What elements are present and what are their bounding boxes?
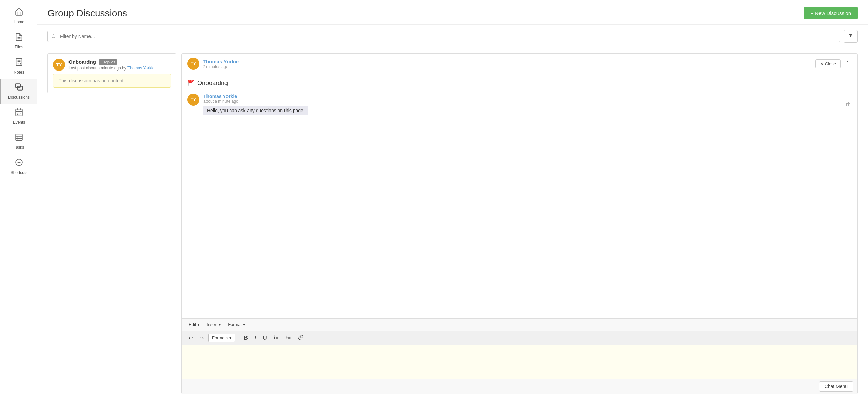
toolbar-undo-button[interactable]: ↩: [186, 333, 196, 343]
sidebar-item-tasks-label: Tasks: [14, 145, 24, 150]
page-title: Group Discussions: [47, 8, 127, 19]
reply-item: TY Thomas Yorkie about a minute ago Hell…: [187, 94, 852, 115]
discussion-list: TY Onboardng 1 replies Last post about a…: [47, 53, 176, 394]
editor-format-menu[interactable]: Format ▾: [225, 321, 248, 328]
reply-content: Thomas Yorkie about a minute ago Hello, …: [203, 94, 840, 115]
close-button[interactable]: ✕ Close: [815, 59, 841, 68]
toolbar-formats-button[interactable]: Formats ▾: [208, 334, 235, 342]
sidebar-item-events-label: Events: [13, 120, 25, 125]
discussion-title-row: Onboardng 1 replies: [68, 59, 171, 65]
new-discussion-button[interactable]: + New Discussion: [804, 7, 858, 19]
svg-point-27: [274, 336, 275, 337]
svg-text:3.: 3.: [286, 337, 288, 339]
sidebar-item-tasks[interactable]: Tasks: [0, 129, 37, 154]
editor-edit-menu[interactable]: Edit ▾: [186, 321, 202, 328]
svg-rect-15: [17, 114, 18, 115]
svg-rect-13: [19, 113, 19, 113]
sidebar-item-discussions[interactable]: Discussions: [0, 79, 37, 104]
shortcuts-icon: [15, 158, 23, 169]
svg-rect-7: [18, 86, 23, 90]
reply-time: about a minute ago: [203, 99, 840, 104]
discussion-no-content: This discussion has no content.: [53, 74, 171, 88]
editor-menubar: Edit ▾ Insert ▾ Format ▾: [182, 319, 857, 331]
flag-icon: 🚩: [187, 79, 195, 87]
toolbar-redo-button[interactable]: ↪: [197, 333, 207, 343]
discussion-card-header: TY Onboardng 1 replies Last post about a…: [53, 59, 171, 71]
filter-button[interactable]: [844, 30, 858, 43]
search-bar: [37, 25, 868, 48]
discussion-topic-title: 🚩 Onboardng: [187, 79, 852, 87]
discussion-title: Onboardng: [68, 59, 96, 65]
svg-point-29: [274, 338, 275, 339]
avatar: TY: [53, 59, 65, 71]
events-icon: [15, 108, 23, 119]
last-post-author-link[interactable]: Thomas Yorkie: [127, 66, 154, 71]
svg-rect-14: [20, 113, 21, 113]
detail-actions: ✕ Close ⋮: [815, 59, 852, 69]
toolbar-underline-button[interactable]: U: [260, 333, 270, 343]
chat-menu-button[interactable]: Chat Menu: [819, 381, 853, 392]
editor-area: Edit ▾ Insert ▾ Format ▾ ↩ ↪ Formats ▾ B…: [182, 318, 857, 394]
svg-rect-6: [15, 84, 20, 87]
tasks-icon: [15, 133, 23, 144]
sidebar-item-discussions-label: Discussions: [8, 95, 30, 100]
home-icon: [15, 7, 23, 18]
editor-insert-menu[interactable]: Insert ▾: [204, 321, 224, 328]
more-options-button[interactable]: ⋮: [843, 59, 852, 69]
main-content: Group Discussions + New Discussion TY On…: [37, 0, 868, 399]
page-header: Group Discussions + New Discussion: [37, 0, 868, 25]
svg-rect-16: [19, 114, 19, 115]
discussion-card[interactable]: TY Onboardng 1 replies Last post about a…: [47, 53, 176, 93]
files-icon: [15, 33, 23, 43]
discussion-meta: Last post about a minute ago by Thomas Y…: [68, 66, 171, 71]
sidebar-item-events[interactable]: Events: [0, 104, 37, 129]
sidebar-item-home-label: Home: [14, 20, 24, 24]
search-input[interactable]: [47, 31, 840, 42]
sidebar-item-notes-label: Notes: [14, 70, 24, 75]
toolbar-italic-button[interactable]: I: [252, 333, 259, 343]
sidebar-item-shortcuts[interactable]: Shortcuts: [0, 154, 37, 179]
detail-avatar: TY: [187, 58, 199, 70]
toolbar-bold-button[interactable]: B: [241, 333, 251, 343]
sidebar-item-home[interactable]: Home: [0, 3, 37, 28]
sidebar-item-files-label: Files: [15, 45, 23, 49]
sidebar: Home Files Notes Discussions Events Task…: [0, 0, 37, 399]
replies-badge: 1 replies: [99, 59, 118, 65]
toolbar-bullet-button[interactable]: [271, 333, 282, 343]
editor-toolbar: ↩ ↪ Formats ▾ B I U 1.2.3.: [182, 331, 857, 345]
sidebar-item-shortcuts-label: Shortcuts: [11, 170, 28, 175]
sidebar-item-notes[interactable]: Notes: [0, 54, 37, 79]
detail-time: 2 minutes ago: [203, 64, 812, 69]
editor-content[interactable]: [182, 345, 857, 379]
chat-menu-bar: Chat Menu: [182, 379, 857, 394]
content-area: TY Onboardng 1 replies Last post about a…: [37, 48, 868, 399]
discussions-icon: [15, 83, 23, 94]
svg-rect-2: [16, 58, 22, 66]
reply-message: Hello, you can ask any questions on this…: [203, 106, 308, 115]
svg-point-28: [274, 337, 275, 338]
detail-header: TY Thomas Yorkie 2 minutes ago ✕ Close ⋮: [182, 54, 857, 74]
reply-delete-button[interactable]: 🗑: [844, 94, 852, 115]
discussion-detail: TY Thomas Yorkie 2 minutes ago ✕ Close ⋮…: [181, 53, 858, 394]
toolbar-numbered-button[interactable]: 1.2.3.: [283, 333, 294, 343]
topic-title-text: Onboardng: [197, 80, 228, 87]
sidebar-item-files[interactable]: Files: [0, 28, 37, 54]
detail-body: 🚩 Onboardng TY Thomas Yorkie about a min…: [182, 74, 857, 318]
svg-rect-17: [16, 134, 22, 141]
discussion-info: Onboardng 1 replies Last post about a mi…: [68, 59, 171, 71]
reply-author-name: Thomas Yorkie: [203, 94, 840, 99]
detail-author-name: Thomas Yorkie: [203, 59, 812, 64]
svg-rect-12: [17, 113, 18, 113]
notes-icon: [15, 58, 23, 68]
detail-author-info: Thomas Yorkie 2 minutes ago: [203, 59, 812, 69]
reply-avatar: TY: [187, 94, 199, 106]
toolbar-separator: [238, 335, 238, 341]
last-post-meta: Last post about a minute ago by: [68, 66, 126, 71]
toolbar-link-button[interactable]: [295, 333, 306, 343]
